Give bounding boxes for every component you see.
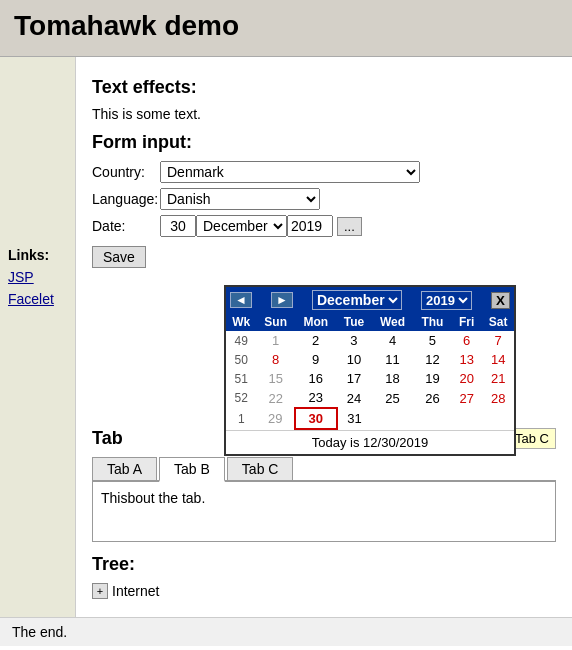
sidebar-link-facelet[interactable]: Facelet — [8, 291, 54, 307]
cal-day[interactable]: 8 — [256, 350, 294, 369]
cal-day[interactable]: 10 — [337, 350, 372, 369]
cal-col-sun: Sun — [256, 313, 294, 331]
cal-col-tue: Tue — [337, 313, 372, 331]
date-year-input[interactable] — [287, 215, 333, 237]
tab-c[interactable]: Tab C — [227, 457, 294, 480]
tab-bar: Tab A Tab B Tab C Tab C — [92, 457, 556, 482]
calendar-footer: Today is 12/30/2019 — [226, 430, 514, 454]
tab-a[interactable]: Tab A — [92, 457, 157, 480]
main-layout: Links: JSP Facelet Text effects: This is… — [0, 57, 572, 617]
cal-week-num: 50 — [226, 350, 256, 369]
cal-day[interactable]: 21 — [482, 369, 514, 388]
cal-day[interactable]: 5 — [414, 331, 451, 350]
text-effects-body: This is some text. — [92, 106, 556, 122]
cal-day-empty — [371, 408, 414, 429]
cal-day[interactable]: 25 — [371, 388, 414, 408]
country-select[interactable]: Denmark — [160, 161, 420, 183]
sidebar: Links: JSP Facelet — [0, 57, 76, 617]
calendar-table: Wk Sun Mon Tue Wed Thu Fri Sat 491234567… — [226, 313, 514, 430]
links-label: Links: — [8, 247, 49, 263]
cal-day[interactable]: 17 — [337, 369, 372, 388]
sidebar-link-jsp[interactable]: JSP — [8, 269, 34, 285]
date-row: Date: December ... — [92, 215, 556, 237]
cal-col-wed: Wed — [371, 313, 414, 331]
cal-week-num: 51 — [226, 369, 256, 388]
cal-day[interactable]: 31 — [337, 408, 372, 429]
app-title: Tomahawk demo — [14, 10, 558, 42]
cal-col-wk: Wk — [226, 313, 256, 331]
form-input-title: Form input: — [92, 132, 556, 153]
language-row: Language: Danish — [92, 188, 556, 210]
cal-day[interactable]: 23 — [295, 388, 337, 408]
cal-day[interactable]: 22 — [256, 388, 294, 408]
cal-day[interactable]: 4 — [371, 331, 414, 350]
save-row: Save — [92, 242, 556, 268]
tab-content: Thisbout the tab. — [92, 482, 556, 542]
cal-day[interactable]: 20 — [451, 369, 482, 388]
page-footer: The end. — [0, 617, 572, 646]
tree-item-internet: + Internet — [92, 583, 556, 599]
cal-day[interactable]: 12 — [414, 350, 451, 369]
content-area: Text effects: This is some text. Form in… — [76, 57, 572, 617]
cal-day[interactable]: 7 — [482, 331, 514, 350]
calendar-year-select[interactable]: 2019 — [421, 291, 472, 310]
tab-content-text: This — [101, 490, 127, 506]
date-month-select[interactable]: December — [196, 215, 287, 237]
app-header: Tomahawk demo — [0, 0, 572, 57]
language-select[interactable]: Danish — [160, 188, 320, 210]
cal-week-num: 52 — [226, 388, 256, 408]
cal-day[interactable]: 15 — [256, 369, 294, 388]
cal-day-empty — [482, 408, 514, 429]
cal-day[interactable]: 13 — [451, 350, 482, 369]
calendar-close-button[interactable]: X — [491, 292, 510, 309]
date-label: Date: — [92, 218, 160, 234]
cal-day[interactable]: 2 — [295, 331, 337, 350]
language-label: Language: — [92, 191, 160, 207]
footer-text: The end. — [12, 624, 67, 640]
cal-col-mon: Mon — [295, 313, 337, 331]
date-day-input[interactable] — [160, 215, 196, 237]
cal-day[interactable]: 19 — [414, 369, 451, 388]
calendar-header: ◄ ► December 2019 X — [226, 287, 514, 313]
calendar-month-select[interactable]: December — [312, 290, 402, 310]
date-picker-button[interactable]: ... — [337, 217, 362, 236]
cal-day-empty — [414, 408, 451, 429]
cal-day[interactable]: 3 — [337, 331, 372, 350]
cal-day[interactable]: 9 — [295, 350, 337, 369]
cal-day[interactable]: 27 — [451, 388, 482, 408]
cal-day[interactable]: 16 — [295, 369, 337, 388]
cal-col-fri: Fri — [451, 313, 482, 331]
country-label: Country: — [92, 164, 160, 180]
cal-day[interactable]: 29 — [256, 408, 294, 429]
cal-day[interactable]: 30 — [295, 408, 337, 429]
save-button[interactable]: Save — [92, 246, 146, 268]
country-row: Country: Denmark — [92, 161, 556, 183]
tree-item-label: Internet — [112, 583, 159, 599]
text-effects-title: Text effects: — [92, 77, 556, 98]
cal-col-sat: Sat — [482, 313, 514, 331]
cal-day[interactable]: 28 — [482, 388, 514, 408]
calendar-next-button[interactable]: ► — [271, 292, 293, 308]
cal-day[interactable]: 14 — [482, 350, 514, 369]
calendar-prev-button[interactable]: ◄ — [230, 292, 252, 308]
cal-day[interactable]: 1 — [256, 331, 294, 350]
tree-title: Tree: — [92, 554, 556, 575]
cal-day[interactable]: 26 — [414, 388, 451, 408]
cal-day[interactable]: 6 — [451, 331, 482, 350]
cal-col-thu: Thu — [414, 313, 451, 331]
cal-day-empty — [451, 408, 482, 429]
tab-content-suffix: bout the tab. — [127, 490, 205, 506]
cal-week-num: 49 — [226, 331, 256, 350]
tree-toggle-internet[interactable]: + — [92, 583, 108, 599]
tab-b[interactable]: Tab B — [159, 457, 225, 482]
calendar-popup: ◄ ► December 2019 X Wk Sun Mon Tue — [224, 285, 516, 456]
cal-day[interactable]: 24 — [337, 388, 372, 408]
cal-day[interactable]: 18 — [371, 369, 414, 388]
cal-day[interactable]: 11 — [371, 350, 414, 369]
cal-week-num: 1 — [226, 408, 256, 429]
